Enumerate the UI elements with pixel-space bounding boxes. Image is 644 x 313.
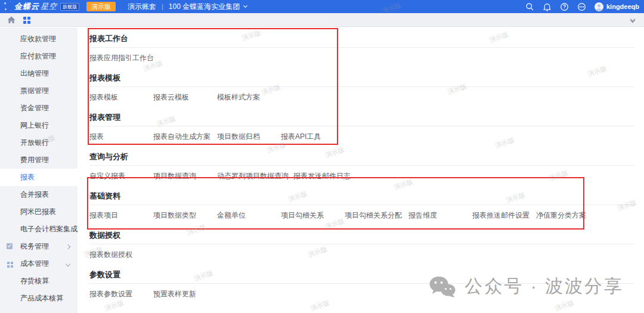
menu-item[interactable]: 报表API工具 xyxy=(281,132,345,141)
sidebar-item[interactable]: 票据管理 xyxy=(0,82,78,100)
section-title: 报表模板 xyxy=(89,73,634,83)
apps-grid-icon[interactable] xyxy=(23,16,32,24)
sidebar-item[interactable]: 资金管理 xyxy=(0,100,78,117)
sidebar-item-label: 存货核算 xyxy=(20,276,49,286)
sidebar-item[interactable]: 应收款管理 xyxy=(0,30,78,48)
collapse-double-chevron-icon[interactable] xyxy=(631,17,634,22)
sidebar-item-label: 阿米巴报表 xyxy=(20,207,56,217)
menu-item[interactable]: 报表 xyxy=(89,132,153,141)
sidebar-item-label: 资金管理 xyxy=(20,103,49,113)
menu-item[interactable]: 项目数据归档 xyxy=(217,132,281,141)
edition-badge: 旗舰版 xyxy=(60,3,79,11)
menu-item[interactable]: 动态罗列项目数据查询 xyxy=(217,172,293,181)
home-icon[interactable] xyxy=(7,16,16,24)
section-item-row: 自定义报表项目数据查询动态罗列项目数据查询报表发送邮件日志 xyxy=(89,166,634,185)
organization-selector[interactable]: 100 金蝶蓝海实业集团 xyxy=(169,2,247,12)
content-section: 报表工作台报表应用指引工作台 xyxy=(89,33,634,67)
logo-text-secondary: 星空 xyxy=(41,2,57,11)
menu-item[interactable]: 模板样式方案 xyxy=(217,93,281,102)
brand-watermark: 公众号 · 波波分享 xyxy=(429,274,624,299)
section-title: 报表工作台 xyxy=(89,33,634,44)
chevron-down-icon xyxy=(243,4,247,8)
main-sections: 报表工作台报表应用指引工作台报表模板报表模板报表云模板模板样式方案报表管理报表报… xyxy=(78,27,644,313)
menu-item[interactable]: 项目数据类型 xyxy=(153,211,217,220)
menu-item[interactable]: 自定义报表 xyxy=(89,172,153,181)
section-item-row: 报表应用指引工作台 xyxy=(89,48,634,67)
sidebar-menu: 应收款管理应付款管理出纳管理票据管理资金管理网上银行开放银行费用管理报表合并报表… xyxy=(0,27,78,313)
sidebar-item[interactable]: 出纳管理 xyxy=(0,65,78,82)
menu-item[interactable]: 报表数据授权 xyxy=(89,250,153,259)
search-icon[interactable] xyxy=(525,2,534,11)
user-avatar[interactable] xyxy=(595,2,603,11)
menu-item[interactable]: 报表自动生成方案 xyxy=(153,132,217,141)
app-logo[interactable]: 金蝶云星空 xyxy=(14,1,57,12)
sidebar-item-label: 产品成本核算 xyxy=(20,293,63,303)
sidebar-item-label: 成本管理 xyxy=(20,259,49,269)
chevron-down-icon xyxy=(66,261,70,266)
sidebar-item-label: 出纳管理 xyxy=(20,69,49,79)
menu-item[interactable]: 净值重分类方案 xyxy=(536,211,600,220)
content-section: 基础资料报表项目项目数据类型金额单位项目勾稽关系项目勾稽关系分配报告维度报表推送… xyxy=(89,191,634,225)
sidebar-item[interactable]: 网上银行 xyxy=(0,117,78,134)
account-set-label[interactable]: 演示账套 xyxy=(128,2,156,12)
menu-item[interactable]: 报表云模板 xyxy=(153,93,217,102)
content-section: 数据授权报表数据授权 xyxy=(89,230,634,264)
menu-item[interactable]: 金额单位 xyxy=(217,211,281,220)
topbar-separator: | xyxy=(162,3,163,10)
section-item-row: 报表数据授权 xyxy=(89,244,634,264)
menu-item[interactable]: 报告维度 xyxy=(408,211,472,220)
section-item-row: 报表报表自动生成方案项目数据归档报表API工具 xyxy=(89,126,634,146)
organization-name: 100 金蝶蓝海实业集团 xyxy=(169,2,240,12)
notifications-bell-icon[interactable] xyxy=(543,2,552,11)
brand-watermark-text: 公众号 · 波波分享 xyxy=(465,274,624,299)
section-title: 查询与分析 xyxy=(89,151,634,162)
logo-text-primary: 金蝶云 xyxy=(14,2,39,11)
logo-stars-decoration xyxy=(2,0,13,13)
sidebar-item-label: 电子会计档案集成 xyxy=(20,224,78,234)
menu-item[interactable]: 项目勾稽关系分配 xyxy=(345,211,408,220)
section-item-row: 报表项目项目数据类型金额单位项目勾稽关系项目勾稽关系分配报告维度报表推送邮件设置… xyxy=(89,205,634,225)
sidebar-item[interactable]: 合并报表 xyxy=(0,186,78,203)
sidebar-item-label: 票据管理 xyxy=(20,86,49,96)
menu-item[interactable]: 报表推送邮件设置 xyxy=(472,211,536,220)
demo-version-badge: 演示版 xyxy=(86,2,116,11)
sidebar-item[interactable]: 电子会计档案集成 xyxy=(0,221,78,238)
sidebar-item[interactable]: 阿米巴报表 xyxy=(0,203,78,221)
sidebar-item-label: 开放银行 xyxy=(20,138,49,148)
sidebar-item[interactable]: 应付款管理 xyxy=(0,48,78,65)
sidebar-item[interactable]: 报表 xyxy=(0,169,78,186)
menu-item[interactable]: 报表应用指引工作台 xyxy=(89,54,159,63)
sidebar-item-label: 应付款管理 xyxy=(20,51,56,61)
topbar: 金蝶云星空 旗舰版 演示版 演示账套 | 100 金蝶蓝海实业集团 kingde… xyxy=(0,0,644,13)
content-section: 报表管理报表报表自动生成方案项目数据归档报表API工具 xyxy=(89,112,634,146)
tax-module-icon xyxy=(7,243,13,249)
menu-item[interactable]: 预置表样更新 xyxy=(153,290,217,299)
menu-item[interactable]: 项目勾稽关系 xyxy=(281,211,345,220)
sidebar-item[interactable]: 产品成本核算 xyxy=(0,290,78,307)
sidebar-item[interactable]: 存货核算 xyxy=(0,272,78,290)
cost-module-icon xyxy=(7,262,10,264)
sidebar-item-label: 合并报表 xyxy=(20,190,49,200)
username-label[interactable]: kingdeeqb xyxy=(606,3,639,10)
content-section: 查询与分析自定义报表项目数据查询动态罗列项目数据查询报表发送邮件日志 xyxy=(89,151,634,185)
sidebar-item[interactable]: 开放银行 xyxy=(0,134,78,151)
sidebar-item[interactable]: 成本管理 xyxy=(0,255,78,272)
sidebar-item-label: 费用管理 xyxy=(20,155,49,165)
menu-item[interactable]: 报表模板 xyxy=(89,93,153,102)
help-icon[interactable] xyxy=(560,2,569,11)
assistant-icon[interactable] xyxy=(577,2,586,11)
sidebar-item-label: 网上银行 xyxy=(20,120,49,131)
sidebar-item[interactable]: 税务管理 xyxy=(0,238,78,255)
content-section: 报表模板报表模板报表云模板模板样式方案 xyxy=(89,73,634,107)
wechat-icon xyxy=(429,275,456,298)
chevron-right-icon xyxy=(66,244,70,249)
menu-item[interactable]: 报表参数设置 xyxy=(89,290,153,299)
tab-strip xyxy=(0,13,644,27)
menu-item[interactable]: 报表发送邮件日志 xyxy=(293,172,357,181)
menu-item[interactable]: 报表项目 xyxy=(89,211,153,220)
sidebar-item-label: 报表 xyxy=(20,172,35,182)
sidebar-item-label: 应收款管理 xyxy=(20,34,56,44)
sidebar-item[interactable]: 费用管理 xyxy=(0,151,78,169)
menu-item[interactable]: 项目数据查询 xyxy=(153,172,217,181)
section-title: 基础资料 xyxy=(89,191,634,201)
